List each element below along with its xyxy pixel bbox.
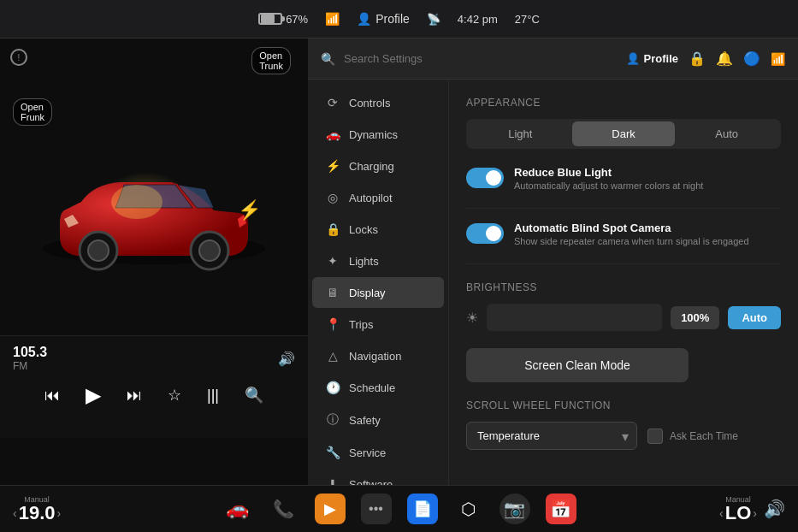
charging-icon: ⚡: [325, 159, 340, 173]
more-button[interactable]: •••: [361, 494, 392, 524]
favorite-button[interactable]: ☆: [163, 381, 186, 409]
ask-each-time-label: Ask Each Time: [670, 430, 738, 442]
gear-next-arrow[interactable]: ›: [57, 506, 62, 520]
apps-button[interactable]: ⬡: [453, 494, 484, 524]
sidebar-item-display[interactable]: 🖥 Display: [312, 277, 444, 308]
taskbar-center: 🚗 📞 ▶ ••• 📄 ⬡ 📷 📅: [206, 494, 593, 524]
sidebar-item-controls[interactable]: ⟳ Controls: [312, 87, 444, 118]
taskbar: Manual ‹ 19.0 › 🚗 📞 ▶ ••• 📄 ⬡ 📷 📅 Manual…: [0, 485, 798, 532]
scroll-wheel-section: Scroll Wheel Function Temperature Volume…: [466, 399, 781, 450]
nav-sidebar: ⟳ Controls 🚗 Dynamics ⚡ Charging ◎ Autop…: [308, 80, 449, 485]
equalizer-button[interactable]: |||: [203, 382, 223, 409]
sidebar-item-service[interactable]: 🔧 Service: [312, 437, 444, 468]
sidebar-item-lights[interactable]: ✦ Lights: [312, 245, 444, 276]
prev-button[interactable]: ⏮: [40, 382, 64, 409]
theme-light-button[interactable]: Light: [469, 121, 572, 146]
software-icon: ⬇: [325, 477, 340, 485]
battery-indicator: 67%: [258, 13, 308, 26]
theme-auto-button[interactable]: Auto: [675, 121, 778, 146]
settings-header: 🔍 👤 Profile 🔒 🔔 🔵 📶: [308, 38, 798, 80]
sidebar-item-schedule[interactable]: 🕐 Schedule: [312, 372, 444, 403]
notes-button[interactable]: 📄: [407, 494, 438, 524]
reduce-blue-light-desc: Automatically adjust to warmer colors at…: [514, 180, 703, 191]
gear-display-left: Manual ‹ 19.0 ›: [13, 495, 61, 523]
sidebar-label-software: Software: [349, 478, 393, 486]
sidebar-label-service: Service: [349, 446, 386, 459]
sidebar-item-navigation[interactable]: △ Navigation: [312, 340, 444, 371]
blind-spot-toggle[interactable]: [466, 223, 504, 244]
blind-spot-info: Automatic Blind Spot Camera Show side re…: [514, 222, 749, 246]
volume-icon[interactable]: 🔊: [278, 351, 295, 367]
screen-clean-button[interactable]: Screen Clean Mode: [466, 348, 689, 382]
sidebar-item-safety[interactable]: ⓘ Safety: [312, 404, 444, 436]
gear-arrows-left: ‹ 19.0 ›: [13, 504, 61, 523]
open-trunk-label[interactable]: Open Trunk: [251, 47, 291, 74]
wifi-icon[interactable]: 📶: [771, 52, 785, 66]
gear-prev-arrow-right[interactable]: ‹: [719, 506, 724, 520]
battery-icon: [258, 13, 282, 25]
search-media-button[interactable]: 🔍: [240, 381, 268, 409]
sidebar-item-software[interactable]: ⬇ Software: [312, 469, 444, 485]
service-icon: 🔧: [325, 446, 340, 459]
locks-icon: 🔒: [325, 222, 340, 236]
bell-icon[interactable]: 🔔: [716, 50, 733, 67]
blind-spot-camera-row: Automatic Blind Spot Camera Show side re…: [466, 222, 781, 264]
sidebar-item-autopilot[interactable]: ◎ Autopilot: [312, 182, 444, 213]
sidebar-label-controls: Controls: [349, 97, 390, 109]
settings-body: ⟳ Controls 🚗 Dynamics ⚡ Charging ◎ Autop…: [308, 80, 798, 485]
svg-point-6: [111, 185, 163, 219]
brightness-section: Brightness ☀ 100% Auto: [466, 281, 781, 331]
sidebar-label-trips: Trips: [349, 318, 373, 331]
blind-spot-desc: Show side repeater camera when turn sign…: [514, 236, 749, 246]
lock-icon[interactable]: 🔒: [689, 50, 706, 67]
blind-spot-title: Automatic Blind Spot Camera: [514, 222, 749, 234]
gear-value-left: 19.0: [19, 504, 56, 523]
next-button[interactable]: ⏭: [122, 382, 146, 409]
scroll-wheel-row: Temperature Volume Media Ask Each Time: [466, 422, 781, 450]
calendar-button[interactable]: 📅: [546, 494, 576, 524]
play-button[interactable]: ▶: [81, 379, 105, 411]
auto-brightness-button[interactable]: Auto: [728, 306, 781, 329]
ask-each-time-checkbox[interactable]: [647, 429, 663, 444]
ask-each-time: Ask Each Time: [647, 429, 738, 444]
sidebar-item-charging[interactable]: ⚡ Charging: [312, 151, 444, 181]
trips-icon: 📍: [325, 317, 340, 331]
open-frunk-label[interactable]: Open Frunk: [13, 98, 52, 126]
status-bar: 67% 📶 👤 Profile 📡 4:42 pm 27°C: [0, 0, 798, 38]
sidebar-item-dynamics[interactable]: 🚗 Dynamics: [312, 119, 444, 150]
media-station-info: 105.3 FM: [13, 345, 47, 372]
brightness-bar[interactable]: [487, 304, 662, 331]
status-profile: 👤 Profile: [357, 12, 410, 26]
theme-dark-button[interactable]: Dark: [572, 121, 676, 146]
header-actions: 👤 Profile 🔒 🔔 🔵 📶: [626, 50, 785, 67]
search-input[interactable]: [344, 52, 618, 65]
media-button[interactable]: ▶: [315, 494, 346, 524]
phone-button[interactable]: 📞: [269, 494, 299, 524]
sidebar-item-trips[interactable]: 📍 Trips: [312, 309, 444, 340]
car-view: !: [0, 38, 308, 382]
sidebar-label-safety: Safety: [349, 414, 381, 427]
svg-point-5: [199, 240, 220, 261]
scroll-wheel-title: Scroll Wheel Function: [466, 399, 781, 411]
profile-icon: 👤: [626, 52, 640, 65]
home-button[interactable]: 🚗: [222, 494, 253, 524]
scroll-wheel-select[interactable]: Temperature Volume Media: [466, 422, 637, 450]
sidebar-label-schedule: Schedule: [349, 381, 395, 394]
gear-prev-arrow[interactable]: ‹: [13, 506, 17, 520]
media-type: FM: [13, 360, 47, 372]
appearance-section-title: Appearance: [466, 97, 781, 109]
media-station: 105.3: [13, 345, 47, 360]
volume-control-icon[interactable]: 🔊: [764, 499, 785, 519]
sidebar-item-locks[interactable]: 🔒 Locks: [312, 214, 444, 245]
car-container: Open Trunk Open Frunk ⚡: [0, 38, 308, 382]
bluetooth-icon[interactable]: 🔵: [743, 50, 760, 67]
charging-lightning-icon: ⚡: [238, 199, 261, 222]
brightness-title: Brightness: [466, 281, 781, 293]
sidebar-label-locks: Locks: [349, 223, 378, 236]
schedule-icon: 🕐: [325, 381, 340, 394]
camera-button[interactable]: 📷: [499, 494, 530, 524]
reduce-blue-light-toggle[interactable]: [466, 168, 504, 188]
media-info: 105.3 FM 🔊: [13, 345, 295, 372]
reduce-blue-light-row: Reduce Blue Light Automatically adjust t…: [466, 166, 781, 209]
gear-next-arrow-right[interactable]: ›: [753, 506, 757, 520]
